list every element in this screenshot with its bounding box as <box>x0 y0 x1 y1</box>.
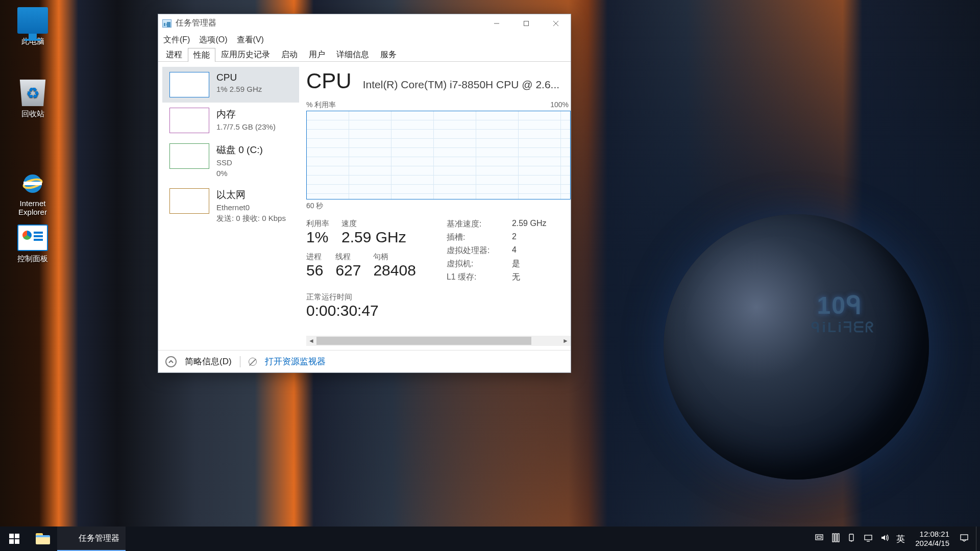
stat-value: 627 <box>335 262 361 279</box>
scroll-left-icon[interactable]: ◄ <box>306 336 316 346</box>
desktop-icon-control-panel[interactable]: 控制面板 <box>7 224 58 264</box>
file-explorer-icon <box>36 533 50 544</box>
kv-value: 是 <box>512 259 547 269</box>
tab-startup[interactable]: 启动 <box>276 47 303 61</box>
tab-performance[interactable]: 性能 <box>188 48 215 62</box>
disk-thumb <box>169 143 209 169</box>
chart-y-max: 100% <box>550 101 569 110</box>
system-tray: 英 12:08:21 2024/4/15 <box>807 527 976 551</box>
svg-rect-10 <box>15 539 19 544</box>
svg-rect-14 <box>835 534 837 542</box>
sidebar-item-name: 磁盘 0 (C:) <box>216 143 263 157</box>
kv-value: 4 <box>512 245 547 256</box>
stat-label: 正常运行时间 <box>306 292 416 302</box>
clock-time: 12:08:21 <box>915 530 949 539</box>
sidebar-item-sub: 1% 2.59 GHz <box>216 85 262 94</box>
menu-bar: 文件(F) 选项(O) 查看(V) <box>158 32 571 47</box>
network-icon[interactable] <box>864 533 873 544</box>
kv-value: 2 <box>512 232 547 243</box>
titlebar[interactable]: 任务管理器 <box>158 14 571 32</box>
menu-file[interactable]: 文件(F) <box>163 35 190 45</box>
notifications-icon[interactable] <box>960 533 969 544</box>
volume-icon[interactable] <box>880 533 889 544</box>
window-title: 任务管理器 <box>176 18 216 29</box>
desktop-icon-ie[interactable]: Internet Explorer <box>7 152 58 225</box>
kv-key: 插槽: <box>447 232 503 243</box>
sidebar-item-name: 内存 <box>216 108 276 121</box>
sidebar-item-network[interactable]: 以太网 Ethernet0 发送: 0 接收: 0 Kbps <box>162 183 299 228</box>
close-button[interactable] <box>541 14 571 32</box>
sidebar-item-memory[interactable]: 内存 1.7/7.5 GB (23%) <box>162 103 299 138</box>
kv-value: 无 <box>512 272 547 283</box>
taskbar-file-explorer[interactable] <box>29 527 57 551</box>
tab-details[interactable]: 详细信息 <box>331 47 375 61</box>
taskbar-task-manager[interactable]: 任务管理器 <box>57 527 126 551</box>
task-manager-icon <box>162 19 172 28</box>
perf-detail: CPU Intel(R) Core(TM) i7-8850H CPU @ 2.6… <box>299 62 571 350</box>
menu-view[interactable]: 查看(V) <box>237 35 264 45</box>
horizontal-scrollbar[interactable]: ◄ ► <box>306 336 571 346</box>
tray-icon[interactable] <box>847 533 856 544</box>
tab-app-history[interactable]: 应用历史记录 <box>215 47 276 61</box>
desktop-icon-recycle-bin[interactable]: 回收站 <box>7 80 58 119</box>
sidebar-item-name: CPU <box>216 72 262 83</box>
open-resmon-link[interactable]: 打开资源监视器 <box>265 356 326 367</box>
maximize-button[interactable] <box>511 14 541 32</box>
detail-model: Intel(R) Core(TM) i7-8850H CPU @ 2.6... <box>363 79 559 91</box>
stat-label: 利用率 <box>306 219 329 229</box>
menu-options[interactable]: 选项(O) <box>199 35 227 45</box>
minimize-button[interactable] <box>482 14 511 32</box>
taskbar-clock[interactable]: 12:08:21 2024/4/15 <box>912 530 952 548</box>
svg-rect-12 <box>817 536 821 538</box>
start-button[interactable] <box>0 527 29 551</box>
stat-value: 28408 <box>373 262 415 279</box>
stat-label: 线程 <box>335 252 361 262</box>
svg-rect-16 <box>849 534 853 541</box>
sidebar-item-sub2: 0% <box>216 169 263 178</box>
sidebar-item-cpu[interactable]: CPU 1% 2.59 GHz <box>162 67 299 103</box>
tray-icon[interactable] <box>815 533 824 544</box>
detail-title: CPU <box>306 69 352 93</box>
kv-key: 基准速度: <box>447 219 503 230</box>
scroll-thumb[interactable] <box>316 337 531 345</box>
resmon-icon <box>249 358 257 366</box>
stat-label: 速度 <box>341 219 406 229</box>
control-panel-icon <box>17 224 48 251</box>
monitor-icon <box>17 7 48 34</box>
tray-icon[interactable] <box>831 533 840 544</box>
perf-sidebar: CPU 1% 2.59 GHz 内存 1.7/7.5 GB (23%) 磁盘 0… <box>158 62 299 350</box>
svg-rect-2 <box>23 182 42 185</box>
sidebar-item-name: 以太网 <box>216 188 286 202</box>
ime-indicator[interactable]: 英 <box>896 533 905 545</box>
fewer-details-label[interactable]: 简略信息(D) <box>185 356 232 367</box>
network-thumb <box>169 188 209 214</box>
show-desktop-button[interactable] <box>976 527 980 551</box>
svg-rect-4 <box>524 21 529 26</box>
svg-rect-18 <box>865 535 872 540</box>
clock-date: 2024/4/15 <box>915 539 949 548</box>
chart-y-label: % 利用率 <box>306 101 336 110</box>
stat-label: 进程 <box>306 252 323 262</box>
svg-rect-8 <box>15 534 19 538</box>
desktop-icon-this-pc[interactable]: 此电脑 <box>7 7 58 46</box>
svg-rect-20 <box>961 535 968 540</box>
sidebar-item-disk[interactable]: 磁盘 0 (C:) SSD 0% <box>162 138 299 183</box>
scroll-right-icon[interactable]: ► <box>560 336 571 346</box>
memory-thumb <box>169 108 209 133</box>
taskbar: 任务管理器 英 12:08:21 2024/4/15 <box>0 527 980 551</box>
tab-services[interactable]: 服务 <box>375 47 402 61</box>
svg-rect-7 <box>9 534 14 538</box>
svg-rect-13 <box>832 534 834 542</box>
sidebar-item-sub: SSD <box>216 158 263 167</box>
tab-processes[interactable]: 进程 <box>160 47 188 61</box>
kv-key: L1 缓存: <box>447 272 503 283</box>
stat-value: 2.59 GHz <box>341 229 406 246</box>
desktop: 10ᑫ ᑫiLiᖷᗴᖇ 此电脑 回收站 Internet Explorer 控制… <box>0 0 980 551</box>
cpu-chart <box>306 111 571 199</box>
sidebar-item-sub2: 发送: 0 接收: 0 Kbps <box>216 214 286 223</box>
svg-rect-15 <box>838 534 839 542</box>
task-manager-window: 任务管理器 文件(F) 选项(O) 查看(V) 进程 性能 应用历史记录 启动 … <box>158 14 571 373</box>
collapse-button[interactable] <box>165 356 177 367</box>
icon-label: 回收站 <box>7 109 58 119</box>
tab-users[interactable]: 用户 <box>303 47 331 61</box>
